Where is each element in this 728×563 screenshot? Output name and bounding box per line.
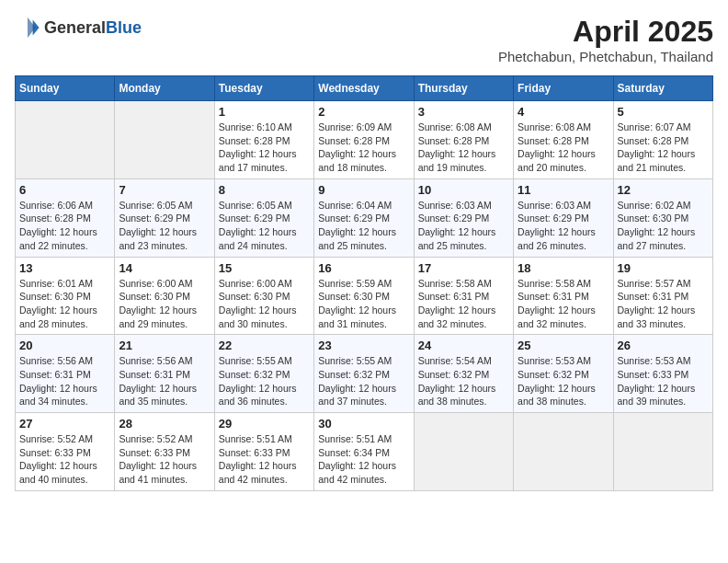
calendar-cell: 11Sunrise: 6:03 AM Sunset: 6:29 PM Dayli…: [514, 178, 613, 257]
title-area: April 2025 Phetchabun, Phetchabun, Thail…: [498, 15, 713, 64]
day-detail: Sunrise: 6:05 AM Sunset: 6:29 PM Dayligh…: [219, 199, 310, 253]
calendar-cell: 23Sunrise: 5:55 AM Sunset: 6:32 PM Dayli…: [314, 335, 414, 413]
day-detail: Sunrise: 6:08 AM Sunset: 6:28 PM Dayligh…: [418, 121, 509, 175]
day-detail: Sunrise: 5:52 AM Sunset: 6:33 PM Dayligh…: [19, 432, 110, 487]
calendar-cell: 5Sunrise: 6:07 AM Sunset: 6:28 PM Daylig…: [613, 101, 712, 179]
week-row-1: 1Sunrise: 6:10 AM Sunset: 6:28 PM Daylig…: [16, 101, 713, 179]
calendar-cell: 3Sunrise: 6:08 AM Sunset: 6:28 PM Daylig…: [414, 101, 513, 179]
day-detail: Sunrise: 5:52 AM Sunset: 6:33 PM Dayligh…: [119, 432, 210, 487]
weekday-header-sunday: Sunday: [16, 76, 115, 101]
page-header: GeneralBlue April 2025 Phetchabun, Phetc…: [15, 15, 713, 64]
week-row-3: 13Sunrise: 6:01 AM Sunset: 6:30 PM Dayli…: [16, 257, 713, 335]
day-number: 5: [618, 105, 709, 119]
day-number: 2: [318, 105, 409, 119]
day-number: 8: [219, 183, 310, 197]
calendar-cell: [115, 101, 214, 179]
day-number: 22: [219, 339, 310, 352]
day-detail: Sunrise: 5:58 AM Sunset: 6:31 PM Dayligh…: [418, 277, 509, 331]
day-detail: Sunrise: 6:03 AM Sunset: 6:29 PM Dayligh…: [518, 199, 609, 253]
day-detail: Sunrise: 6:10 AM Sunset: 6:28 PM Dayligh…: [219, 121, 310, 175]
day-detail: Sunrise: 5:59 AM Sunset: 6:30 PM Dayligh…: [318, 277, 409, 331]
logo-text-general: General: [44, 18, 106, 37]
day-detail: Sunrise: 6:01 AM Sunset: 6:30 PM Dayligh…: [19, 277, 110, 331]
day-detail: Sunrise: 6:08 AM Sunset: 6:28 PM Dayligh…: [518, 121, 609, 175]
calendar-cell: 2Sunrise: 6:09 AM Sunset: 6:28 PM Daylig…: [314, 101, 414, 179]
day-detail: Sunrise: 5:53 AM Sunset: 6:33 PM Dayligh…: [618, 354, 709, 408]
day-number: 13: [19, 261, 110, 275]
day-detail: Sunrise: 5:56 AM Sunset: 6:31 PM Dayligh…: [19, 354, 110, 408]
day-detail: Sunrise: 5:51 AM Sunset: 6:34 PM Dayligh…: [318, 432, 409, 487]
calendar-cell: 12Sunrise: 6:02 AM Sunset: 6:30 PM Dayli…: [613, 178, 712, 257]
weekday-header-monday: Monday: [115, 76, 214, 101]
week-row-5: 27Sunrise: 5:52 AM Sunset: 6:33 PM Dayli…: [16, 413, 713, 491]
weekday-header-thursday: Thursday: [414, 76, 513, 101]
day-number: 12: [618, 183, 709, 197]
calendar-table: SundayMondayTuesdayWednesdayThursdayFrid…: [15, 75, 713, 491]
day-number: 1: [219, 105, 310, 119]
day-number: 27: [19, 417, 110, 431]
calendar-cell: [514, 413, 613, 491]
day-number: 18: [518, 261, 609, 275]
calendar-cell: 20Sunrise: 5:56 AM Sunset: 6:31 PM Dayli…: [16, 335, 115, 413]
day-number: 3: [418, 105, 509, 119]
week-row-2: 6Sunrise: 6:06 AM Sunset: 6:28 PM Daylig…: [16, 178, 713, 257]
calendar-cell: 28Sunrise: 5:52 AM Sunset: 6:33 PM Dayli…: [115, 413, 214, 491]
day-number: 23: [318, 339, 409, 352]
calendar-cell: 18Sunrise: 5:58 AM Sunset: 6:31 PM Dayli…: [514, 257, 613, 335]
day-detail: Sunrise: 6:03 AM Sunset: 6:29 PM Dayligh…: [418, 199, 509, 253]
day-detail: Sunrise: 5:55 AM Sunset: 6:32 PM Dayligh…: [318, 354, 409, 408]
calendar-cell: 1Sunrise: 6:10 AM Sunset: 6:28 PM Daylig…: [214, 101, 313, 179]
logo: GeneralBlue: [15, 15, 142, 40]
day-number: 28: [119, 417, 210, 431]
calendar-cell: 10Sunrise: 6:03 AM Sunset: 6:29 PM Dayli…: [414, 178, 513, 257]
day-number: 29: [219, 417, 310, 431]
logo-icon: [15, 15, 40, 40]
day-number: 20: [19, 339, 110, 352]
weekday-header-wednesday: Wednesday: [314, 76, 414, 101]
calendar-cell: 30Sunrise: 5:51 AM Sunset: 6:34 PM Dayli…: [314, 413, 414, 491]
subtitle: Phetchabun, Phetchabun, Thailand: [498, 49, 713, 64]
weekday-header-friday: Friday: [514, 76, 613, 101]
calendar-cell: 14Sunrise: 6:00 AM Sunset: 6:30 PM Dayli…: [115, 257, 214, 335]
day-number: 11: [518, 183, 609, 197]
calendar-cell: 15Sunrise: 6:00 AM Sunset: 6:30 PM Dayli…: [214, 257, 313, 335]
day-detail: Sunrise: 5:55 AM Sunset: 6:32 PM Dayligh…: [219, 354, 310, 408]
day-detail: Sunrise: 5:58 AM Sunset: 6:31 PM Dayligh…: [518, 277, 609, 331]
main-title: April 2025: [498, 15, 713, 49]
calendar-cell: 9Sunrise: 6:04 AM Sunset: 6:29 PM Daylig…: [314, 178, 414, 257]
day-detail: Sunrise: 6:05 AM Sunset: 6:29 PM Dayligh…: [119, 199, 210, 253]
day-detail: Sunrise: 6:02 AM Sunset: 6:30 PM Dayligh…: [618, 199, 709, 253]
day-number: 25: [518, 339, 609, 352]
calendar-cell: 24Sunrise: 5:54 AM Sunset: 6:32 PM Dayli…: [414, 335, 513, 413]
day-detail: Sunrise: 5:51 AM Sunset: 6:33 PM Dayligh…: [219, 432, 310, 487]
day-detail: Sunrise: 6:09 AM Sunset: 6:28 PM Dayligh…: [318, 121, 409, 175]
svg-marker-1: [28, 17, 35, 38]
calendar-cell: 16Sunrise: 5:59 AM Sunset: 6:30 PM Dayli…: [314, 257, 414, 335]
calendar-cell: 17Sunrise: 5:58 AM Sunset: 6:31 PM Dayli…: [414, 257, 513, 335]
weekday-header-tuesday: Tuesday: [214, 76, 313, 101]
day-detail: Sunrise: 5:56 AM Sunset: 6:31 PM Dayligh…: [119, 354, 210, 408]
calendar-cell: 4Sunrise: 6:08 AM Sunset: 6:28 PM Daylig…: [514, 101, 613, 179]
calendar-cell: [16, 101, 115, 179]
day-detail: Sunrise: 6:04 AM Sunset: 6:29 PM Dayligh…: [318, 199, 409, 253]
day-detail: Sunrise: 5:54 AM Sunset: 6:32 PM Dayligh…: [418, 354, 509, 408]
calendar-cell: 25Sunrise: 5:53 AM Sunset: 6:32 PM Dayli…: [514, 335, 613, 413]
day-number: 19: [618, 261, 709, 275]
calendar-cell: 7Sunrise: 6:05 AM Sunset: 6:29 PM Daylig…: [115, 178, 214, 257]
calendar-cell: [414, 413, 513, 491]
day-detail: Sunrise: 6:00 AM Sunset: 6:30 PM Dayligh…: [119, 277, 210, 331]
day-number: 30: [318, 417, 409, 431]
day-number: 26: [618, 339, 709, 352]
day-detail: Sunrise: 6:06 AM Sunset: 6:28 PM Dayligh…: [19, 199, 110, 253]
calendar-cell: 29Sunrise: 5:51 AM Sunset: 6:33 PM Dayli…: [214, 413, 313, 491]
calendar-cell: 8Sunrise: 6:05 AM Sunset: 6:29 PM Daylig…: [214, 178, 313, 257]
day-detail: Sunrise: 5:57 AM Sunset: 6:31 PM Dayligh…: [618, 277, 709, 331]
day-number: 15: [219, 261, 310, 275]
calendar-cell: 26Sunrise: 5:53 AM Sunset: 6:33 PM Dayli…: [613, 335, 712, 413]
day-number: 6: [19, 183, 110, 197]
day-number: 10: [418, 183, 509, 197]
weekday-header-saturday: Saturday: [613, 76, 712, 101]
weekday-header-row: SundayMondayTuesdayWednesdayThursdayFrid…: [16, 76, 713, 101]
day-detail: Sunrise: 6:00 AM Sunset: 6:30 PM Dayligh…: [219, 277, 310, 331]
day-number: 9: [318, 183, 409, 197]
